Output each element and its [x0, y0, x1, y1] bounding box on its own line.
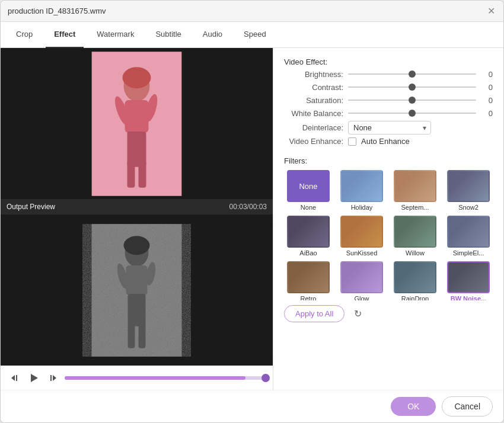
svg-rect-20 [128, 293, 146, 326]
left-panel: Output Preview 00:03/00:03 [1, 48, 273, 390]
video-effect-section: Video Effect: Brightness: 0 Contrast: [284, 57, 493, 150]
svg-rect-12 [181, 224, 273, 357]
brightness-thumb[interactable] [409, 70, 416, 78]
close-button[interactable]: ✕ [486, 6, 496, 17]
deinterlace-row: Deinterlace: None Top Field First Bottom… [284, 121, 493, 134]
filter-glow[interactable]: Glow [337, 261, 386, 300]
filter-aibao[interactable]: AiBao [284, 216, 333, 257]
contrast-label: Contrast: [284, 83, 343, 92]
filter-bwnoise-label: BW Noise... [451, 295, 487, 300]
filter-raindrop[interactable]: RainDrop [391, 261, 439, 300]
play-button[interactable] [27, 371, 41, 385]
white-balance-slider[interactable] [348, 108, 476, 118]
skip-back-button[interactable] [8, 371, 22, 385]
svg-rect-22 [138, 323, 145, 348]
svg-rect-10 [138, 161, 146, 187]
svg-marker-26 [53, 375, 56, 381]
filter-raindrop-label: RainDrop [401, 295, 429, 300]
right-panel: Video Effect: Brightness: 0 Contrast: [273, 48, 503, 390]
white-balance-row: White Balance: 0 [284, 108, 493, 118]
auto-enhance-text: Auto Enhance [361, 137, 410, 146]
main-window: production ID_4831675.wmv ✕ Crop Effect … [0, 0, 504, 423]
svg-rect-11 [1, 224, 92, 357]
filter-retro-thumb [287, 261, 330, 293]
tab-bar: Crop Effect Watermark Subtitle Audio Spe… [1, 22, 503, 48]
filter-sunkissed[interactable]: SunKissed [337, 216, 386, 257]
svg-marker-25 [31, 374, 38, 382]
cancel-button[interactable]: Cancel [442, 396, 493, 416]
refresh-button[interactable]: ↻ [349, 306, 366, 322]
filter-simpleel[interactable]: SimpleEl... [444, 216, 493, 257]
contrast-slider[interactable] [348, 82, 476, 92]
output-preview [1, 214, 273, 366]
filter-aibao-label: AiBao [299, 249, 317, 257]
filter-sunkissed-label: SunKissed [346, 249, 378, 257]
brightness-value: 0 [481, 70, 493, 79]
svg-rect-17 [126, 265, 148, 295]
deinterlace-select[interactable]: None Top Field First Bottom Field First [348, 121, 431, 134]
deinterlace-select-wrap[interactable]: None Top Field First Bottom Field First [348, 121, 431, 134]
bottom-buttons: OK Cancel [1, 390, 503, 422]
saturation-label: Saturation: [284, 96, 343, 105]
filter-holiday[interactable]: Holiday [337, 170, 386, 211]
contrast-value: 0 [481, 83, 493, 92]
filter-bwnoise[interactable]: BW Noise... [444, 261, 493, 300]
preview-divider: Output Preview 00:03/00:03 [1, 199, 273, 214]
tab-watermark[interactable]: Watermark [88, 22, 142, 48]
brightness-label: Brightness: [284, 70, 343, 79]
svg-rect-24 [16, 375, 17, 381]
filter-willow-thumb [394, 216, 436, 248]
tab-subtitle[interactable]: Subtitle [147, 22, 189, 48]
saturation-slider[interactable] [348, 95, 476, 105]
skip-forward-button[interactable] [46, 371, 60, 385]
apply-to-all-button[interactable]: Apply to All [284, 305, 344, 322]
filters-grid: None None Holiday Septem... [284, 170, 493, 300]
window-title: production ID_4831675.wmv [8, 7, 106, 15]
deinterlace-label: Deinterlace: [284, 123, 343, 132]
svg-rect-9 [127, 161, 135, 187]
original-video-frame [1, 52, 273, 196]
saturation-row: Saturation: 0 [284, 95, 493, 105]
video-enhance-label: Video Enhance: [284, 137, 343, 146]
filter-none-thumb: None [287, 170, 330, 202]
svg-point-16 [124, 236, 150, 255]
title-bar: production ID_4831675.wmv ✕ [1, 1, 503, 22]
filter-retro[interactable]: Retro [284, 261, 333, 300]
tab-audio[interactable]: Audio [194, 22, 231, 48]
video-enhance-row: Video Enhance: Auto Enhance [284, 137, 493, 146]
tab-effect[interactable]: Effect [46, 22, 84, 48]
svg-point-4 [123, 67, 151, 88]
tab-crop[interactable]: Crop [8, 22, 41, 48]
filter-none-label: None [301, 204, 316, 211]
filter-none[interactable]: None None [284, 170, 333, 211]
auto-enhance-checkbox[interactable] [348, 137, 356, 146]
filter-willow[interactable]: Willow [391, 216, 439, 257]
filters-section: Filters: None None Holiday S [284, 156, 493, 380]
filter-snow2[interactable]: Snow2 [444, 170, 493, 211]
svg-rect-1 [181, 52, 273, 196]
white-balance-value: 0 [481, 109, 493, 118]
svg-rect-21 [128, 323, 135, 348]
tab-speed[interactable]: Speed [235, 22, 275, 48]
saturation-thumb[interactable] [409, 97, 416, 104]
filter-sunkissed-thumb [340, 216, 383, 248]
filter-raindrop-thumb [394, 261, 436, 293]
progress-thumb[interactable] [261, 374, 270, 382]
video-effect-title: Video Effect: [284, 57, 493, 66]
svg-rect-27 [50, 375, 52, 381]
filter-snow2-thumb [447, 170, 490, 202]
white-balance-thumb[interactable] [409, 110, 416, 117]
brightness-slider[interactable] [348, 69, 476, 79]
saturation-value: 0 [481, 96, 493, 105]
filter-simpleel-label: SimpleEl... [453, 249, 484, 257]
playback-controls [1, 366, 273, 390]
filter-retro-label: Retro [301, 295, 317, 300]
progress-bar[interactable] [65, 376, 266, 380]
contrast-thumb[interactable] [409, 84, 416, 91]
filter-septem[interactable]: Septem... [391, 170, 439, 211]
filter-glow-thumb [340, 261, 383, 293]
ok-button[interactable]: OK [391, 397, 436, 416]
filter-holiday-label: Holiday [351, 204, 373, 211]
output-video-frame [1, 224, 273, 357]
output-preview-label: Output Preview [7, 203, 55, 211]
